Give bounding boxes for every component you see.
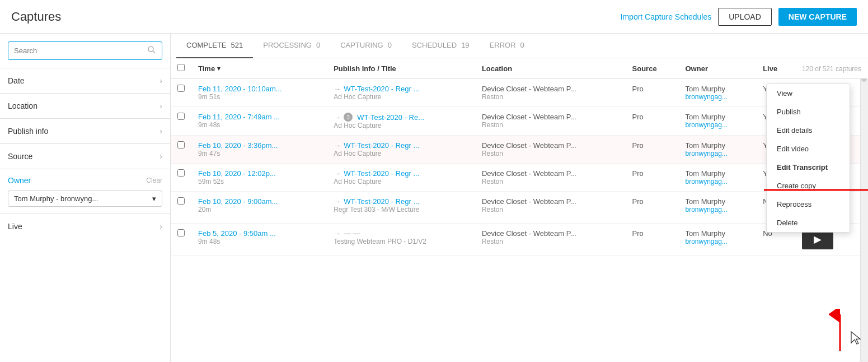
location-filter-label: Location xyxy=(8,101,37,110)
row-location-secondary: Reston xyxy=(482,178,619,185)
row-source-cell: Pro xyxy=(626,224,679,256)
context-menu-item-publish[interactable]: Publish xyxy=(767,103,850,121)
row-checkbox[interactable] xyxy=(177,229,185,236)
main-layout: Date › Location › Publish info › Source … xyxy=(0,34,868,362)
row-publish-title: → WT-Test-2020 - Regr ... xyxy=(334,169,468,178)
source-filter-label: Source xyxy=(8,152,32,161)
context-menu-item-edit-video[interactable]: Edit video xyxy=(767,140,850,158)
row-location-secondary: Reston xyxy=(482,206,619,214)
header: Captures Import Capture Schedules UPLOAD… xyxy=(0,0,868,34)
row-publish-subtitle: Ad Hoc Capture xyxy=(334,178,468,185)
tab-processing-label: PROCESSING xyxy=(263,41,312,49)
row-publish-cell: → WT-Test-2020 - Regr ... Ad Hoc Capture xyxy=(327,136,475,164)
new-capture-button[interactable]: NEW CAPTURE xyxy=(778,8,857,26)
row-location-cell: Device Closet - Webteam P... Reston xyxy=(475,79,626,107)
row-owner-name: Tom Murphy xyxy=(686,197,750,206)
context-menu-item-edit-transcript[interactable]: Edit Transcript xyxy=(767,158,850,177)
owner-header: Owner Clear xyxy=(8,176,162,185)
search-icon-button[interactable] xyxy=(142,42,162,59)
tab-error[interactable]: ERROR 0 xyxy=(480,34,534,58)
row-time-cell: Feb 11, 2020 - 10:10am... 9m 51s xyxy=(191,79,327,107)
sidebar-item-owner: Owner Clear Tom Murphy - bronwyng... ▾ xyxy=(0,169,170,214)
row-location-cell: Device Closet - Webteam P... Reston xyxy=(475,136,626,164)
time-sort-icon: ▾ xyxy=(217,65,220,72)
th-checkbox xyxy=(171,58,191,79)
row-owner-name: Tom Murphy xyxy=(686,141,750,150)
tab-scheduled-count: 19 xyxy=(461,41,469,49)
tab-processing[interactable]: PROCESSING 0 xyxy=(253,34,330,58)
row-location-primary: Device Closet - Webteam P... xyxy=(482,169,619,178)
table-row: Feb 10, 2020 - 3:36pm... 9m 47s → WT-Tes… xyxy=(171,136,868,164)
row-checkbox[interactable] xyxy=(177,85,185,92)
search-box xyxy=(8,41,162,60)
row-time-secondary: 9m 51s xyxy=(198,93,320,101)
play-icon: ▶ xyxy=(814,233,822,245)
th-location: Location xyxy=(475,58,626,79)
row-time-secondary: 59m 52s xyxy=(198,178,320,185)
table-row: Feb 11, 2020 - 7:49am ... 9m 48s → 3 WT-… xyxy=(171,107,868,136)
row-location-secondary: Reston xyxy=(482,93,619,101)
th-time[interactable]: Time ▾ xyxy=(191,58,327,79)
row-owner-cell: Tom Murphy bronwyngag... xyxy=(679,224,757,256)
row-time-cell: Feb 5, 2020 - 9:50am ... 9m 48s xyxy=(191,224,327,256)
owner-clear-button[interactable]: Clear xyxy=(146,177,162,184)
row-publish-subtitle: Regr Test 303 - M/W Lecture xyxy=(334,206,468,214)
svg-point-0 xyxy=(148,47,153,52)
arrow-icon: → xyxy=(334,229,341,238)
scrollbar[interactable] xyxy=(860,58,868,362)
row-checkbox[interactable] xyxy=(177,113,185,120)
sidebar-item-live[interactable]: Live › xyxy=(0,214,170,239)
import-link[interactable]: Import Capture Schedules xyxy=(621,12,712,21)
row-publish-cell: → WT-Test-2020 - Regr ... Ad Hoc Capture xyxy=(327,79,475,107)
upload-button[interactable]: UPLOAD xyxy=(718,8,772,26)
context-menu: ViewPublishEdit detailsEdit videoEdit Tr… xyxy=(766,83,850,233)
row-checkbox[interactable] xyxy=(177,141,185,148)
tab-error-label: ERROR xyxy=(490,41,516,49)
captures-table: Time ▾ Publish Info / Title Location Sou… xyxy=(171,58,868,256)
context-menu-item-edit-details[interactable]: Edit details xyxy=(767,121,850,140)
row-publish-subtitle: Testing Webteam PRO - D1/V2 xyxy=(334,238,468,245)
th-source: Source xyxy=(626,58,679,79)
header-actions: Import Capture Schedules UPLOAD NEW CAPT… xyxy=(621,8,857,26)
badge-icon: 3 xyxy=(344,113,353,122)
context-menu-item-reprocess[interactable]: Reprocess xyxy=(767,195,850,214)
row-publish-cell: → WT-Test-2020 - Regr ... Regr Test 303 … xyxy=(327,192,475,224)
owner-label: Owner xyxy=(8,176,31,185)
tab-complete[interactable]: COMPLETE 521 xyxy=(176,34,253,58)
th-publish-info: Publish Info / Title xyxy=(327,58,475,79)
tab-capturing[interactable]: CAPTURING 0 xyxy=(330,34,402,58)
context-menu-item-create-copy[interactable]: Create copy xyxy=(767,177,850,195)
row-publish-title: → WT-Test-2020 - Regr ... xyxy=(334,141,468,150)
row-time-secondary: 9m 48s xyxy=(198,238,320,245)
select-all-checkbox[interactable] xyxy=(177,64,185,71)
table-row: Feb 5, 2020 - 9:50am ... 9m 48s → — — Te… xyxy=(171,224,868,256)
status-tabs: COMPLETE 521 PROCESSING 0 CAPTURING 0 SC… xyxy=(171,34,868,58)
row-checkbox-cell xyxy=(171,79,191,107)
sidebar-item-source[interactable]: Source › xyxy=(0,143,170,169)
context-menu-item-delete[interactable]: Delete xyxy=(767,214,850,232)
sidebar-item-location[interactable]: Location › xyxy=(0,93,170,118)
search-input[interactable] xyxy=(8,43,142,58)
context-menu-item-view[interactable]: View xyxy=(767,84,850,103)
row-owner-sub: bronwyngag... xyxy=(686,121,750,129)
row-checkbox[interactable] xyxy=(177,169,185,177)
owner-selected-value: Tom Murphy - bronwyng... xyxy=(14,194,98,203)
row-publish-cell: → 3 WT-Test-2020 - Re... Ad Hoc Capture xyxy=(327,107,475,136)
tab-scheduled[interactable]: SCHEDULED 19 xyxy=(402,34,480,58)
sidebar-item-publish-info[interactable]: Publish info › xyxy=(0,118,170,143)
row-checkbox-cell xyxy=(171,224,191,256)
row-publish-title: → WT-Test-2020 - Regr ... xyxy=(334,197,468,206)
row-time-primary: Feb 10, 2020 - 12:02p... xyxy=(198,169,320,178)
row-checkbox[interactable] xyxy=(177,197,185,205)
row-owner-name: Tom Murphy xyxy=(686,85,750,93)
live-filter-label: Live xyxy=(8,222,22,231)
row-time-primary: Feb 11, 2020 - 7:49am ... xyxy=(198,113,320,121)
owner-dropdown[interactable]: Tom Murphy - bronwyng... ▾ xyxy=(8,191,162,207)
row-time-secondary: 9m 47s xyxy=(198,150,320,157)
tab-complete-count: 521 xyxy=(231,41,243,49)
tab-capturing-count: 0 xyxy=(388,41,392,49)
sidebar-item-date[interactable]: Date › xyxy=(0,68,170,93)
arrow-icon: → xyxy=(334,85,341,93)
date-filter-label: Date xyxy=(8,76,25,85)
row-publish-subtitle: Ad Hoc Capture xyxy=(334,122,468,129)
